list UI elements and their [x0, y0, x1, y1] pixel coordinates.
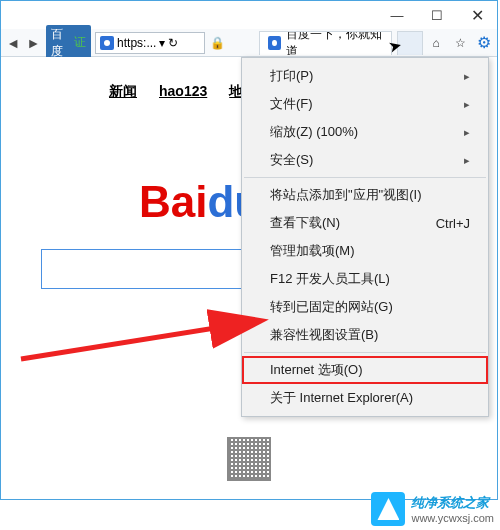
url-text: https:... [117, 36, 156, 50]
menu-safety[interactable]: 安全(S) [242, 146, 488, 174]
right-toolbar: ⌂ ☆ ⚙ [427, 32, 493, 54]
menu-separator [244, 352, 486, 353]
tools-menu: 打印(P) 文件(F) 缩放(Z) (100%) 安全(S) 将站点添加到"应用… [241, 57, 489, 417]
menu-print[interactable]: 打印(P) [242, 62, 488, 90]
address-bar[interactable]: https:... ▾ ↻ [95, 32, 205, 54]
close-button[interactable]: ✕ [457, 4, 497, 26]
watermark-title: 纯净系统之家 [411, 494, 494, 512]
menu-file[interactable]: 文件(F) [242, 90, 488, 118]
menu-addons[interactable]: 管理加载项(M) [242, 237, 488, 265]
home-icon[interactable]: ⌂ [427, 32, 445, 54]
refresh-icon[interactable]: ↻ [168, 36, 178, 50]
gear-icon[interactable]: ⚙ [475, 32, 493, 54]
menu-internet-options[interactable]: Internet 选项(O) [242, 356, 488, 384]
watermark-logo-icon [371, 492, 405, 526]
menu-separator [244, 177, 486, 178]
new-tab-button[interactable] [397, 31, 423, 55]
menu-pinned-sites[interactable]: 转到已固定的网站(G) [242, 293, 488, 321]
menu-devtools[interactable]: F12 开发人员工具(L) [242, 265, 488, 293]
forward-button[interactable]: ► [25, 34, 41, 52]
toolbar: ◄ ► 百度 证 https:... ▾ ↻ 🔒 百度一下，你就知道 ⌂ ☆ ⚙ [1, 29, 497, 57]
site-identity-badge[interactable]: 百度 证 [46, 25, 91, 61]
browser-tab[interactable]: 百度一下，你就知道 [259, 31, 392, 55]
dropdown-icon[interactable]: ▾ [159, 36, 165, 50]
tab-title: 百度一下，你就知道 [286, 31, 384, 55]
nav-news[interactable]: 新闻 [109, 83, 137, 101]
menu-add-to-apps[interactable]: 将站点添加到"应用"视图(I) [242, 181, 488, 209]
menu-about-ie[interactable]: 关于 Internet Explorer(A) [242, 384, 488, 412]
maximize-button[interactable]: ☐ [417, 4, 457, 26]
shortcut-label: Ctrl+J [436, 216, 470, 231]
menu-compat-view[interactable]: 兼容性视图设置(B) [242, 321, 488, 349]
site-badge-hint: 证 [74, 34, 86, 51]
qr-code [227, 437, 271, 481]
back-button[interactable]: ◄ [5, 34, 21, 52]
nav-hao123[interactable]: hao123 [159, 83, 207, 101]
window-controls: — ☐ ✕ [377, 4, 497, 26]
lock-icon: 🔒 [209, 32, 225, 54]
watermark-url: www.ycwxsj.com [411, 512, 494, 524]
tab-favicon-icon [268, 36, 281, 50]
menu-zoom[interactable]: 缩放(Z) (100%) [242, 118, 488, 146]
menu-downloads[interactable]: 查看下载(N)Ctrl+J [242, 209, 488, 237]
watermark: 纯净系统之家 www.ycwxsj.com [371, 492, 494, 526]
minimize-button[interactable]: — [377, 4, 417, 26]
site-badge-text: 百度 [51, 26, 71, 60]
browser-window: — ☐ ✕ ◄ ► 百度 证 https:... ▾ ↻ 🔒 百度一下，你就知道… [0, 0, 498, 500]
favorites-icon[interactable]: ☆ [451, 32, 469, 54]
favicon-icon [100, 36, 114, 50]
